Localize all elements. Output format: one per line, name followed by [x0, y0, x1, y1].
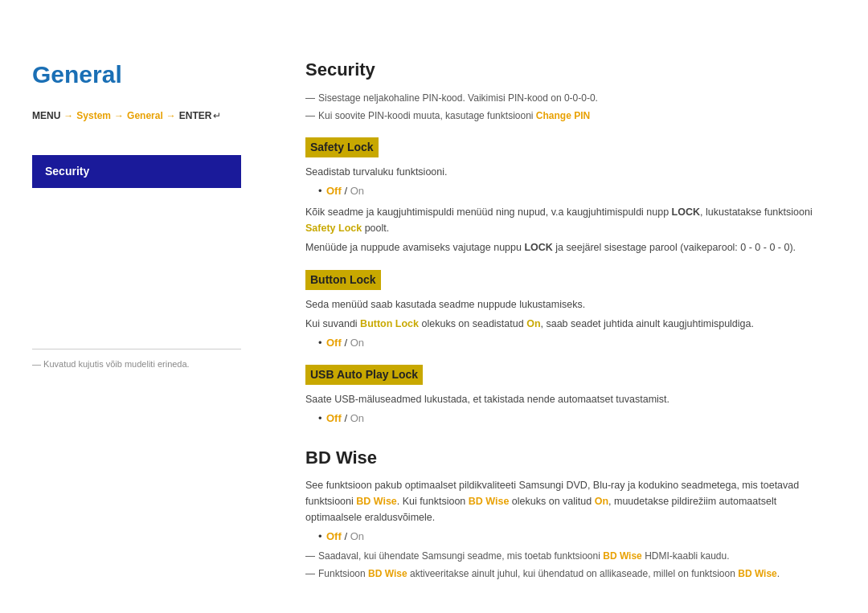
- usb-lock-options: Off / On: [305, 411, 828, 427]
- image-note-text: ― Kuvatud kujutis võib mudeliti erineda.: [32, 359, 190, 369]
- button-lock-desc-1: Seda menüüd saab kasutada seadme nuppude…: [305, 296, 828, 313]
- safety-lock-option: Off / On: [318, 183, 828, 199]
- left-image-note: ― Kuvatud kujutis võib mudeliti erineda.: [32, 349, 241, 371]
- intro-note-2-text: Kui soovite PIN-koodi muuta, kasutage fu…: [318, 110, 533, 121]
- safety-lock-on: On: [350, 185, 364, 197]
- bd-wise-option: Off / On: [318, 529, 828, 545]
- menu-system: System: [76, 108, 111, 123]
- general-title: General: [32, 56, 241, 92]
- button-lock-slash: /: [344, 337, 350, 349]
- nav-item-security[interactable]: Security: [32, 155, 241, 188]
- bd-wise-options: Off / On: [305, 529, 828, 545]
- left-panel: General MENU → System → General → ENTER …: [0, 32, 273, 608]
- usb-lock-option: Off / On: [318, 411, 828, 427]
- safety-lock-desc: Seadistab turvaluku funktsiooni.: [305, 164, 828, 180]
- safety-lock-extra-1: Kõik seadme ja kaugjuhtimispuldi menüüd …: [305, 204, 828, 236]
- usb-lock-on: On: [350, 412, 364, 424]
- button-lock-off: Off: [326, 337, 342, 349]
- intro-note-1: Sisestage neljakohaline PIN-kood. Vaikim…: [305, 91, 828, 105]
- intro-note-2: Kui soovite PIN-koodi muuta, kasutage fu…: [305, 108, 828, 123]
- bd-wise-title: BD Wise: [305, 444, 828, 471]
- subsection-usb-lock: USB Auto Play Lock Saate USB-mäluseadmed…: [305, 365, 828, 427]
- subsection-safety-lock: Safety Lock Seadistab turvaluku funktsio…: [305, 137, 828, 255]
- menu-enter: ENTER: [179, 108, 212, 123]
- section-title-security: Security: [305, 56, 828, 83]
- menu-enter-symbol: ↵: [213, 108, 221, 123]
- subsection-title-safety-lock: Safety Lock: [305, 137, 379, 157]
- bd-wise-on: On: [350, 530, 364, 542]
- menu-path: MENU → System → General → ENTER ↵: [32, 108, 241, 123]
- menu-arrow-2: →: [114, 108, 124, 123]
- menu-general: General: [127, 108, 163, 123]
- subsection-button-lock: Button Lock Seda menüüd saab kasutada se…: [305, 270, 828, 351]
- bd-wise-note-2: Funktsioon BD Wise aktiveeritakse ainult…: [305, 566, 828, 581]
- usb-lock-slash: /: [344, 412, 350, 424]
- bd-wise-note-1: Saadaval, kui ühendate Samsungi seadme, …: [305, 549, 828, 563]
- bd-wise-section: BD Wise See funktsioon pakub optimaalset…: [305, 444, 828, 582]
- usb-lock-off: Off: [326, 412, 342, 424]
- safety-lock-slash: /: [344, 185, 350, 197]
- bd-wise-slash: /: [344, 530, 350, 542]
- button-lock-option: Off / On: [318, 335, 828, 351]
- safety-lock-options: Off / On: [305, 183, 828, 199]
- menu-arrow-3: →: [166, 108, 176, 123]
- menu-keyword: MENU: [32, 108, 60, 123]
- safety-lock-off: Off: [326, 185, 342, 197]
- button-lock-options: Off / On: [305, 335, 828, 351]
- button-lock-desc-2: Kui suvandi Button Lock olekuks on seadi…: [305, 316, 828, 332]
- safety-lock-extra-2: Menüüde ja nuppude avamiseks vajutage nu…: [305, 239, 828, 255]
- right-panel: Security Sisestage neljakohaline PIN-koo…: [273, 32, 868, 608]
- bd-wise-desc: See funktsioon pakub optimaalset pildikv…: [305, 477, 828, 525]
- menu-arrow-1: →: [63, 108, 73, 123]
- bd-wise-off: Off: [326, 530, 342, 542]
- subsection-title-usb-lock: USB Auto Play Lock: [305, 365, 423, 385]
- change-pin-link[interactable]: Change PIN: [536, 110, 590, 121]
- usb-lock-desc: Saate USB-mäluseadmed lukustada, et taki…: [305, 391, 828, 407]
- button-lock-on: On: [350, 337, 364, 349]
- subsection-title-button-lock: Button Lock: [305, 270, 381, 290]
